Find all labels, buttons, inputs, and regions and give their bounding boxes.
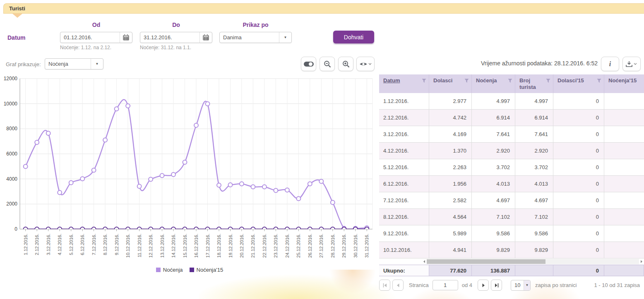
column-header[interactable]: Broj turista [515,74,553,93]
column-header-label[interactable]: Datum [383,77,400,93]
line-chart[interactable]: 0200040006000800010000120001.12.2016.2.1… [3,75,376,266]
table-row[interactable]: 5.12.2016.2.2633.7023.7020 [379,159,644,176]
table-cell: 0 [553,126,604,142]
table-row[interactable]: 2.12.2016.4.7426.9146.9140 [379,110,644,126]
first-page-button[interactable] [379,280,390,291]
totals-cell: 136.887 [472,265,515,276]
table-cell: 0 [553,159,604,175]
page-count-label: od 4 [462,282,472,288]
filter-icon[interactable] [422,79,426,83]
table-cell: 7.102 [515,209,553,225]
zoom-out-button[interactable] [320,57,335,71]
column-header-label: Broj turista [519,77,546,93]
svg-text:31.12.2016.: 31.12.2016. [364,234,369,258]
table-cell: 0 [553,209,604,225]
last-page-button[interactable] [491,280,502,291]
page-size-select[interactable]: 10 ▼ [511,280,531,291]
table-row[interactable]: 1.12.2016.2.9774.9974.9970 [379,93,644,110]
table-cell: 4.564 [429,209,472,225]
tab-pointer-icon [12,14,22,18]
table-row[interactable]: 4.12.2016.1.3702.9202.9200 [379,143,644,159]
totals-cell [604,265,644,276]
calendar-icon[interactable] [199,32,212,43]
svg-text:10.12.2016.: 10.12.2016. [125,234,130,258]
export-button[interactable] [622,57,641,71]
table-cell: 0 [553,110,604,126]
table-row[interactable]: 10.12.2016.4.9419.8299.8290 [379,242,644,258]
zoom-in-button[interactable] [338,57,353,71]
filter-icon[interactable] [464,79,469,83]
info-icon: i [609,60,611,68]
column-header[interactable]: Dolasci'15 [553,74,604,93]
date-from-hint: Noćenje: 1.12. na 2.12. [60,45,111,50]
column-header[interactable]: Datum [379,74,429,93]
column-header[interactable]: Dolasci [429,74,472,93]
svg-text:22.12.2016.: 22.12.2016. [262,234,267,258]
prikaz-po-select[interactable]: Danima ▼ [219,32,292,43]
svg-text:2000: 2000 [6,201,17,207]
svg-text:27.12.2016.: 27.12.2016. [319,234,324,258]
svg-text:29.12.2016.: 29.12.2016. [341,234,346,258]
table-row[interactable]: 6.12.2016.1.9564.0134.0130 [379,176,644,192]
column-header-label: Dolasci [433,77,452,93]
chevron-down-icon: ▼ [279,32,291,43]
legend-item[interactable]: Noćenja [156,267,183,273]
dohvati-button[interactable]: Dohvati [333,31,374,43]
page-number-input[interactable] [433,280,458,290]
date-to-hint: Noćenje: 31.12. na 1.1. [140,45,191,50]
table-cell: 10.12.2016. [379,242,429,258]
scrollbar-track[interactable] [427,259,639,264]
table-cell [604,110,644,126]
horizontal-scrollbar[interactable] [422,258,644,265]
filter-icon[interactable] [597,79,601,83]
table-cell [604,176,644,192]
table-row[interactable]: 7.12.2016.2.5824.6974.6970 [379,192,644,209]
svg-text:11.12.2016.: 11.12.2016. [137,234,142,257]
table-cell: 4.697 [472,192,515,208]
next-page-button[interactable] [478,280,489,291]
table-cell: 6.914 [472,110,515,126]
visibility-menu-button[interactable] [356,57,375,71]
table-cell: 7.102 [472,209,515,225]
calendar-icon[interactable] [120,32,132,43]
table-cell: 3.702 [515,159,553,175]
info-button[interactable]: i [601,57,619,71]
table-row[interactable]: 8.12.2016.4.5647.1027.1020 [379,209,644,225]
tab-turisti[interactable]: Turisti [4,4,25,12]
svg-text:6.12.2016.: 6.12.2016. [80,234,85,255]
table-cell: 0 [553,93,604,109]
date-from-input[interactable] [60,32,120,43]
scroll-left-icon[interactable] [422,260,427,263]
svg-text:17.12.2016.: 17.12.2016. [205,234,210,258]
table-cell: 4.941 [429,242,472,258]
date-to-field [140,32,212,43]
graf-prikazuje-select[interactable]: Noćenja ▼ [45,58,103,69]
scroll-right-icon[interactable] [639,260,644,263]
scrollbar-thumb[interactable] [427,259,545,264]
totals-cell: 0 [553,265,604,276]
date-to-input[interactable] [140,32,199,43]
toggle-series-button[interactable] [301,57,316,71]
svg-text:7.12.2016.: 7.12.2016. [91,234,96,255]
svg-text:0: 0 [14,226,17,232]
table-row[interactable]: 3.12.2016.4.1697.6417.6410 [379,126,644,143]
table-cell [604,242,644,258]
table-row[interactable]: 9.12.2016.5.9899.5869.5860 [379,225,644,242]
page-size-value: 10 [511,280,524,290]
filter-icon[interactable] [508,79,512,83]
filter-icon[interactable] [546,79,550,83]
svg-text:16.12.2016.: 16.12.2016. [194,234,199,258]
prikaz-po-value: Danima [220,32,279,43]
table-cell [604,225,644,242]
column-header[interactable]: Noćenja'15 [604,74,644,93]
legend-item[interactable]: Noćenja'15 [190,267,223,273]
svg-text:8000: 8000 [6,126,17,132]
column-header[interactable]: Noćenja [472,74,515,93]
od-label: Od [60,22,132,28]
table-cell: 7.12.2016. [379,192,429,208]
results-grid: DatumDolasciNoćenjaBroj turistaDolasci'1… [379,74,644,291]
legend-swatch [190,268,194,272]
prev-page-button[interactable] [392,280,404,291]
svg-text:12000: 12000 [4,76,18,81]
svg-text:1.12.2016.: 1.12.2016. [23,234,28,255]
